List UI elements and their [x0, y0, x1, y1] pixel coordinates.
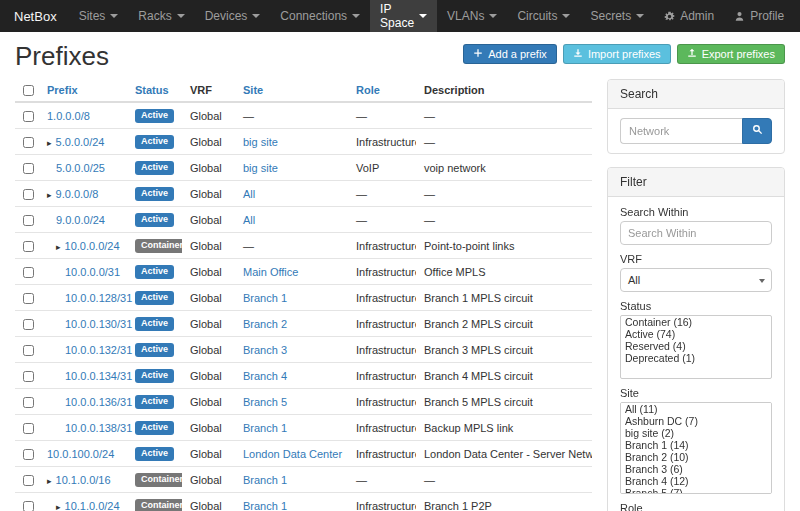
- site-link[interactable]: Branch 4: [243, 370, 287, 382]
- nav-item-connections[interactable]: Connections: [270, 0, 370, 32]
- row-checkbox[interactable]: [23, 267, 34, 278]
- site-filter-listbox[interactable]: All (11)Ashburn DC (7)big site (2)Branch…: [620, 402, 772, 494]
- site-link[interactable]: Branch 1: [243, 474, 287, 486]
- nav-item-ip-space[interactable]: IP Space: [370, 0, 437, 32]
- site-link[interactable]: All: [243, 188, 255, 200]
- site-cell: big site: [235, 155, 348, 181]
- row-checkbox[interactable]: [23, 163, 34, 174]
- import-prefixes-button[interactable]: Import prefixes: [563, 44, 671, 64]
- column-header-prefix[interactable]: Prefix: [39, 79, 127, 103]
- expand-caret-icon[interactable]: ▸: [47, 190, 52, 200]
- prefix-link[interactable]: 10.0.0.136/31: [65, 396, 132, 408]
- nav-item-racks[interactable]: Racks: [128, 0, 194, 32]
- column-header-site[interactable]: Site: [235, 79, 348, 103]
- expand-caret-icon[interactable]: ▸: [56, 502, 61, 511]
- filter-option[interactable]: big site (2): [621, 427, 771, 439]
- search-input[interactable]: [620, 118, 742, 144]
- row-checkbox[interactable]: [23, 397, 34, 408]
- filter-option[interactable]: Ashburn DC (7): [621, 415, 771, 427]
- row-checkbox[interactable]: [23, 189, 34, 200]
- site-link[interactable]: Main Office: [243, 266, 298, 278]
- row-checkbox[interactable]: [23, 241, 34, 252]
- row-checkbox[interactable]: [23, 215, 34, 226]
- description-cell: Branch 1 P2P: [416, 493, 592, 511]
- prefix-link[interactable]: 10.0.0.0/31: [65, 266, 120, 278]
- filter-option[interactable]: Branch 2 (10): [621, 451, 771, 463]
- prefix-link[interactable]: 9.0.0.0/24: [56, 214, 105, 226]
- prefix-link[interactable]: 5.0.0.0/24: [56, 136, 105, 148]
- select-all-checkbox[interactable]: [23, 85, 34, 96]
- site-link[interactable]: All: [243, 214, 255, 226]
- nav-item-log-out[interactable]: Log out: [794, 0, 800, 32]
- status-cell: Active: [127, 102, 182, 129]
- filter-option[interactable]: Branch 1 (14): [621, 439, 771, 451]
- nav-item-vlans[interactable]: VLANs: [437, 0, 507, 32]
- row-checkbox[interactable]: [23, 137, 34, 148]
- site-link[interactable]: Branch 1: [243, 292, 287, 304]
- row-checkbox[interactable]: [23, 293, 34, 304]
- prefix-link[interactable]: 9.0.0.0/8: [56, 188, 99, 200]
- expand-caret-icon[interactable]: ▸: [56, 242, 61, 252]
- filter-option[interactable]: All (11): [621, 403, 771, 415]
- row-checkbox[interactable]: [23, 111, 34, 122]
- row-checkbox[interactable]: [23, 423, 34, 434]
- nav-item-circuits[interactable]: Circuits: [507, 0, 580, 32]
- site-link[interactable]: Branch 1: [243, 500, 287, 511]
- nav-item-admin[interactable]: Admin: [654, 0, 724, 32]
- status-cell: Active: [127, 181, 182, 207]
- site-link[interactable]: London Data Center: [243, 448, 342, 460]
- expand-caret-icon[interactable]: ▸: [47, 138, 52, 148]
- prefix-link[interactable]: 1.0.0.0/8: [47, 110, 90, 122]
- column-header-status[interactable]: Status: [127, 79, 182, 103]
- vrf-select[interactable]: All: [620, 268, 772, 292]
- site-link[interactable]: big site: [243, 162, 278, 174]
- prefix-link[interactable]: 10.0.100.0/24: [47, 448, 114, 460]
- site-link[interactable]: Branch 3: [243, 344, 287, 356]
- export-prefixes-button[interactable]: Export prefixes: [677, 44, 785, 64]
- indent-spacer: [47, 249, 56, 250]
- search-within-input[interactable]: [620, 221, 772, 245]
- export-icon: [687, 48, 697, 60]
- site-cell: Branch 1: [235, 467, 348, 493]
- nav-item-devices[interactable]: Devices: [195, 0, 271, 32]
- expand-caret-icon[interactable]: ▸: [47, 476, 52, 486]
- filter-option[interactable]: Branch 3 (6): [621, 463, 771, 475]
- row-checkbox[interactable]: [23, 501, 34, 511]
- description-cell: London Data Center - Server Network: [416, 441, 592, 467]
- nav-item-sites[interactable]: Sites: [69, 0, 129, 32]
- filter-option[interactable]: Branch 5 (7): [621, 487, 771, 494]
- add-prefix-button[interactable]: Add a prefix: [463, 44, 557, 64]
- row-checkbox[interactable]: [23, 345, 34, 356]
- prefix-link[interactable]: 10.0.0.138/31: [65, 422, 132, 434]
- site-link[interactable]: big site: [243, 136, 278, 148]
- column-header-role[interactable]: Role: [348, 79, 416, 103]
- prefix-link[interactable]: 10.1.0.0/16: [56, 474, 111, 486]
- status-filter-listbox[interactable]: Container (16)Active (74)Reserved (4)Dep…: [620, 315, 772, 379]
- nav-item-label: Racks: [138, 9, 171, 23]
- prefix-link[interactable]: 10.0.0.132/31: [65, 344, 132, 356]
- search-button[interactable]: [742, 118, 772, 144]
- filter-option[interactable]: Branch 4 (12): [621, 475, 771, 487]
- filter-option[interactable]: Deprecated (1): [621, 352, 771, 364]
- nav-item-profile[interactable]: Profile: [724, 0, 794, 32]
- row-checkbox[interactable]: [23, 475, 34, 486]
- prefix-link[interactable]: 10.0.0.134/31: [65, 370, 132, 382]
- filter-option[interactable]: Active (74): [621, 328, 771, 340]
- prefix-link[interactable]: 10.0.0.128/31: [65, 292, 132, 304]
- prefix-link[interactable]: 10.1.0.0/24: [65, 500, 120, 511]
- site-link[interactable]: Branch 2: [243, 318, 287, 330]
- vrf-cell: Global: [182, 102, 235, 129]
- row-checkbox[interactable]: [23, 371, 34, 382]
- site-link[interactable]: Branch 5: [243, 396, 287, 408]
- site-link[interactable]: Branch 1: [243, 422, 287, 434]
- brand[interactable]: NetBox: [8, 0, 69, 32]
- nav-item-secrets[interactable]: Secrets: [580, 0, 654, 32]
- filter-option[interactable]: Reserved (4): [621, 340, 771, 352]
- vrf-cell: Global: [182, 389, 235, 415]
- prefix-link[interactable]: 5.0.0.0/25: [56, 162, 105, 174]
- prefix-link[interactable]: 10.0.0.0/24: [65, 240, 120, 252]
- prefix-link[interactable]: 10.0.0.130/31: [65, 318, 132, 330]
- row-checkbox[interactable]: [23, 319, 34, 330]
- row-checkbox[interactable]: [23, 449, 34, 460]
- filter-option[interactable]: Container (16): [621, 316, 771, 328]
